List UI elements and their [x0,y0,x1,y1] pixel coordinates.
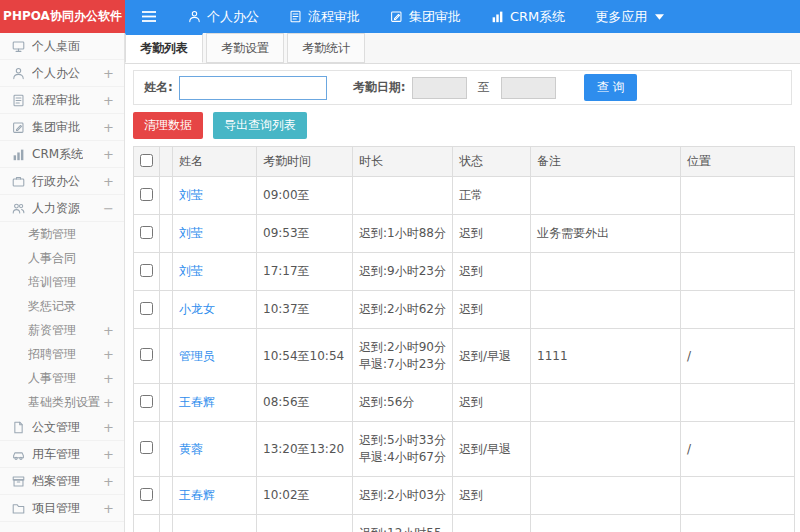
sidebar-item-personnel-management[interactable]: 人事管理+ [0,366,124,390]
sidebar-item-document-management[interactable]: 公文管理+ [0,414,124,441]
nav-item-label: 流程审批 [308,8,360,26]
expand-icon[interactable]: + [103,120,114,135]
expand-icon[interactable]: + [103,474,114,489]
search-button[interactable]: 查 询 [584,74,638,101]
sidebar-item-basic-category-settings[interactable]: 基础类别设置+ [0,390,124,414]
employee-name-link[interactable]: 刘莹 [179,264,203,278]
sidebar-item-label: 招聘管理 [28,346,76,363]
row-checkbox[interactable] [140,441,153,454]
sidebar-item-crm-system[interactable]: CRM系统+ [0,141,124,168]
header-time[interactable]: 考勤时间 [257,147,353,177]
expand-icon[interactable]: + [103,174,114,189]
tab-attendance-settings[interactable]: 考勤设置 [206,33,284,63]
export-list-button[interactable]: 导出查询列表 [213,112,307,139]
nav-item-crm-system[interactable]: CRM系统 [476,0,580,33]
row-spacer-cell [160,329,173,384]
employee-name-link[interactable]: 黄蓉 [179,442,203,456]
nav-item-personal-office[interactable]: 个人办公 [173,0,274,33]
sidebar-item-personal-desktop[interactable]: 个人桌面 [0,33,124,60]
sidebar-item-vehicle-management[interactable]: 用车管理+ [0,441,124,468]
attendance-time-cell: 08:56至 [257,384,353,422]
location-cell: / [681,515,795,532]
header-note[interactable]: 备注 [531,147,681,177]
sidebar-item-admin-office[interactable]: 行政办公+ [0,168,124,195]
row-checkbox[interactable] [140,395,153,408]
table-row: 刘莹09:00至正常 [134,177,795,215]
sidebar: 个人桌面个人办公+流程审批+集团审批+CRM系统+行政办公+人力资源−考勤管理人… [0,33,125,532]
expand-icon[interactable]: + [103,323,114,338]
sidebar-item-personnel-contract[interactable]: 人事合同 [0,246,124,270]
menu-icon[interactable] [125,0,173,33]
date-to-label: 至 [478,79,490,96]
expand-icon[interactable]: + [103,347,114,362]
date-filter-label: 考勤日期: [353,79,406,96]
expand-icon[interactable]: + [103,66,114,81]
expand-icon[interactable]: + [103,371,114,386]
collapse-icon[interactable]: − [103,201,114,216]
header-status[interactable]: 状态 [453,147,531,177]
date-from-input[interactable] [412,77,467,99]
nav-item-group-approval[interactable]: 集团审批 [375,0,476,33]
desktop-icon [12,40,25,53]
car-icon [12,448,25,461]
location-cell [681,291,795,329]
employee-name-link[interactable]: 刘莹 [179,188,203,202]
duration-cell: 迟到:56分 [353,384,453,422]
location-cell [681,384,795,422]
row-checkbox[interactable] [140,264,153,277]
clear-data-button[interactable]: 清理数据 [133,112,203,139]
chart-icon [12,148,25,161]
employee-name-link[interactable]: 管理员 [179,349,215,363]
sidebar-item-label: 项目管理 [32,500,80,517]
expand-icon[interactable]: + [103,447,114,462]
sidebar-item-label: 集团审批 [32,119,80,136]
header-duration[interactable]: 时长 [353,147,453,177]
date-to-input[interactable] [501,77,556,99]
sidebar-item-reward-punishment[interactable]: 奖惩记录 [0,294,124,318]
expand-icon[interactable]: + [103,93,114,108]
duration-cell: 迟到:2小时90分早退:7小时23分 [353,329,453,384]
row-spacer-cell [160,515,173,532]
sidebar-item-training-management[interactable]: 培训管理 [0,270,124,294]
row-checkbox[interactable] [140,348,153,361]
employee-name-link[interactable]: 王春辉 [179,395,215,409]
sidebar-item-workflow-approval[interactable]: 流程审批+ [0,87,124,114]
row-checkbox[interactable] [140,488,153,501]
nav-item-workflow-approval[interactable]: 流程审批 [274,0,375,33]
sidebar-item-label: 人事管理 [28,370,76,387]
sidebar-item-group-approval[interactable]: 集团审批+ [0,114,124,141]
sidebar-item-personal-office[interactable]: 个人办公+ [0,60,124,87]
tab-attendance-list[interactable]: 考勤列表 [125,33,203,63]
sidebar-item-label: 奖惩记录 [28,298,76,315]
sidebar-item-human-resources[interactable]: 人力资源− [0,195,124,222]
sidebar-item-recruitment-management[interactable]: 招聘管理+ [0,342,124,366]
note-cell [531,515,681,532]
expand-icon[interactable]: + [103,420,114,435]
row-checkbox[interactable] [140,226,153,239]
row-checkbox[interactable] [140,188,153,201]
employee-name-link[interactable]: 刘莹 [179,226,203,240]
name-filter-input[interactable] [179,76,327,100]
sidebar-item-project-management[interactable]: 项目管理+ [0,495,124,522]
app-logo[interactable]: PHPOA协同办公软件 [0,0,125,33]
sidebar-item-archive-management[interactable]: 档案管理+ [0,468,124,495]
header-name[interactable]: 姓名 [173,147,257,177]
sidebar-item-label: 公文管理 [32,419,80,436]
employee-name-link[interactable]: 王春辉 [179,488,215,502]
header-location[interactable]: 位置 [681,147,795,177]
expand-icon[interactable]: + [103,501,114,516]
expand-icon[interactable]: + [103,147,114,162]
employee-name-link[interactable]: 小龙女 [179,302,215,316]
row-checkbox[interactable] [140,302,153,315]
duration-cell [353,177,453,215]
tab-attendance-stats[interactable]: 考勤统计 [287,33,365,63]
location-cell [681,215,795,253]
nav-item-more-apps[interactable]: 更多应用 [580,0,679,33]
sidebar-item-salary-management[interactable]: 薪资管理+ [0,318,124,342]
expand-icon[interactable]: + [103,395,114,410]
folder-icon [12,502,25,515]
sidebar-item-attendance-management[interactable]: 考勤管理 [0,222,124,246]
sidebar-item-label: 档案管理 [32,473,80,490]
duration-cell: 迟到:2小时03分 [353,477,453,515]
select-all-checkbox[interactable] [140,154,153,167]
